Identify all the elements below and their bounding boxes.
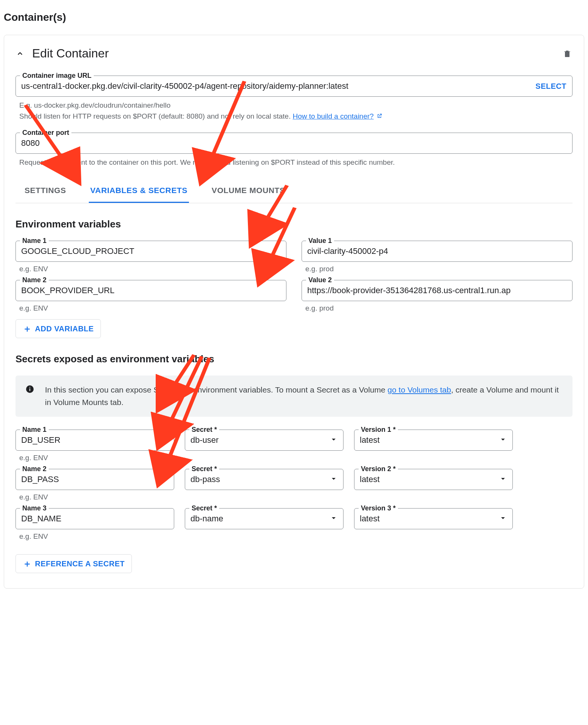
page-title: Container(s) xyxy=(4,11,584,23)
select-image-button[interactable]: SELECT xyxy=(535,82,566,91)
volumes-tab-link[interactable]: go to Volumes tab xyxy=(388,385,451,394)
field-label: Secret * xyxy=(189,504,219,512)
env-row: Name 1 e.g. ENV Value 1 e.g. prod xyxy=(15,241,573,280)
container-image-input[interactable] xyxy=(15,76,573,97)
chevron-up-icon[interactable] xyxy=(15,49,25,58)
field-label: Secret * xyxy=(189,426,219,434)
field-hint: e.g. ENV xyxy=(19,265,286,273)
svg-rect-1 xyxy=(29,388,30,391)
plus-icon: ＋ xyxy=(23,559,32,568)
container-port-field: Container port xyxy=(15,133,573,154)
field-label: Name 2 xyxy=(20,465,49,473)
svg-rect-2 xyxy=(29,387,30,388)
info-icon xyxy=(25,385,34,394)
container-image-field: Container image URL SELECT xyxy=(15,76,573,97)
field-label: Version 3 * xyxy=(359,504,398,512)
env-row: Name 2 e.g. ENV Value 2 e.g. prod xyxy=(15,280,573,319)
add-variable-button[interactable]: ＋ ADD VARIABLE xyxy=(15,319,101,338)
field-label: Value 2 xyxy=(306,276,334,284)
card-title: Edit Container xyxy=(32,46,109,60)
external-link-icon xyxy=(376,111,382,117)
field-label: Name 1 xyxy=(20,426,49,434)
field-hint: e.g. ENV xyxy=(19,304,286,312)
delete-icon[interactable] xyxy=(562,48,573,59)
field-label: Version 2 * xyxy=(359,465,398,473)
env-vars-heading: Environment variables xyxy=(15,218,573,230)
reference-secret-button[interactable]: ＋ REFERENCE A SECRET xyxy=(15,554,132,573)
field-label: Value 1 xyxy=(306,237,334,245)
plus-icon: ＋ xyxy=(23,324,32,333)
field-label: Container port xyxy=(20,129,71,137)
secret-row: Name 1 e.g. ENV Secret * Version 1 * xyxy=(15,430,573,469)
field-label: Secret * xyxy=(189,465,219,473)
tab-settings[interactable]: SETTINGS xyxy=(23,179,68,203)
secret-row: Name 3 e.g. ENV Secret * Version 3 * xyxy=(15,508,573,547)
field-label: Name 2 xyxy=(20,276,49,284)
field-label: Name 3 xyxy=(20,504,49,512)
secrets-heading: Secrets exposed as environment variables xyxy=(15,353,573,365)
field-hint: e.g. ENV xyxy=(19,532,174,541)
tab-variables-secrets[interactable]: VARIABLES & SECRETS xyxy=(89,179,189,203)
how-to-build-link[interactable]: How to build a container? xyxy=(292,112,373,120)
field-hint: e.g. ENV xyxy=(19,454,174,462)
edit-container-card: Edit Container Container image URL SELEC… xyxy=(4,35,584,589)
field-label: Version 1 * xyxy=(359,426,398,434)
field-label: Name 1 xyxy=(20,237,49,245)
env-name-input[interactable] xyxy=(15,241,286,262)
secrets-info-banner: In this section you can expose Secrets a… xyxy=(15,376,573,417)
helper-text: Requests will be sent to the container o… xyxy=(19,157,573,168)
field-hint: e.g. prod xyxy=(305,265,573,273)
field-hint: e.g. prod xyxy=(305,304,573,312)
field-label: Container image URL xyxy=(20,72,94,80)
tab-volume-mounts[interactable]: VOLUME MOUNTS xyxy=(210,179,286,203)
secret-row: Name 2 e.g. ENV Secret * Version 2 * xyxy=(15,469,573,508)
helper-text: E.g. us-docker.pkg.dev/cloudrun/containe… xyxy=(19,100,573,122)
env-name-input[interactable] xyxy=(15,280,286,301)
field-hint: e.g. ENV xyxy=(19,493,174,501)
env-value-input[interactable] xyxy=(302,241,573,262)
container-tabs: SETTINGS VARIABLES & SECRETS VOLUME MOUN… xyxy=(15,179,573,203)
container-port-input[interactable] xyxy=(15,133,573,154)
env-value-input[interactable] xyxy=(302,280,573,301)
